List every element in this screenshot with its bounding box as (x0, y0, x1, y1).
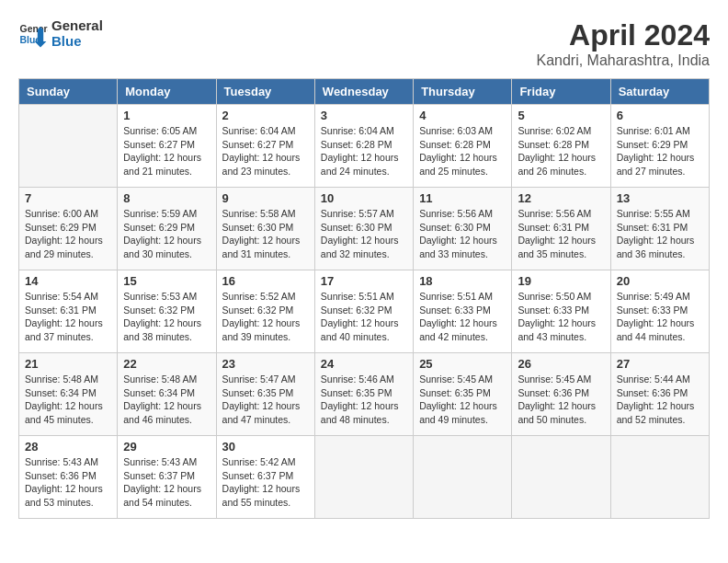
day-number: 7 (25, 191, 111, 205)
calendar-cell (512, 436, 610, 519)
column-header-wednesday: Wednesday (314, 79, 413, 105)
cell-info: Sunrise: 5:52 AM Sunset: 6:32 PM Dayligh… (222, 290, 309, 344)
logo-blue: Blue (51, 34, 103, 50)
logo-general: General (51, 18, 103, 34)
day-number: 22 (123, 357, 210, 371)
calendar-cell: 25Sunrise: 5:45 AM Sunset: 6:35 PM Dayli… (414, 353, 512, 436)
day-number: 3 (321, 109, 407, 122)
day-number: 21 (25, 357, 111, 371)
week-row-1: 7Sunrise: 6:00 AM Sunset: 6:29 PM Daylig… (19, 188, 710, 270)
cell-info: Sunrise: 6:01 AM Sunset: 6:29 PM Dayligh… (617, 124, 703, 178)
calendar-cell: 10Sunrise: 5:57 AM Sunset: 6:30 PM Dayli… (314, 188, 413, 270)
cell-info: Sunrise: 5:48 AM Sunset: 6:34 PM Dayligh… (123, 373, 210, 427)
cell-info: Sunrise: 5:45 AM Sunset: 6:36 PM Dayligh… (518, 373, 604, 427)
calendar-table: SundayMondayTuesdayWednesdayThursdayFrid… (18, 78, 710, 519)
cell-info: Sunrise: 5:56 AM Sunset: 6:30 PM Dayligh… (419, 207, 506, 261)
week-row-4: 28Sunrise: 5:43 AM Sunset: 6:36 PM Dayli… (19, 436, 710, 519)
calendar-cell: 3Sunrise: 6:04 AM Sunset: 6:28 PM Daylig… (314, 105, 413, 188)
cell-info: Sunrise: 5:43 AM Sunset: 6:37 PM Dayligh… (123, 455, 210, 510)
day-number: 14 (25, 274, 111, 288)
day-number: 16 (222, 274, 309, 288)
cell-info: Sunrise: 5:53 AM Sunset: 6:32 PM Dayligh… (123, 290, 210, 344)
cell-info: Sunrise: 5:48 AM Sunset: 6:34 PM Dayligh… (25, 373, 111, 427)
day-number: 9 (222, 191, 309, 205)
calendar-cell: 23Sunrise: 5:47 AM Sunset: 6:35 PM Dayli… (216, 353, 314, 436)
day-number: 17 (321, 274, 407, 288)
calendar-cell (19, 105, 118, 188)
day-number: 28 (25, 440, 111, 454)
calendar-cell: 6Sunrise: 6:01 AM Sunset: 6:29 PM Daylig… (610, 105, 709, 188)
cell-info: Sunrise: 5:55 AM Sunset: 6:31 PM Dayligh… (617, 207, 703, 261)
calendar-cell (414, 436, 512, 519)
calendar-cell: 2Sunrise: 6:04 AM Sunset: 6:27 PM Daylig… (216, 105, 314, 188)
calendar-cell: 16Sunrise: 5:52 AM Sunset: 6:32 PM Dayli… (216, 270, 314, 353)
calendar-cell (314, 436, 413, 519)
day-number: 26 (518, 357, 604, 371)
page-header: General Blue General Blue April 2024 Kan… (18, 18, 710, 69)
calendar-cell (610, 436, 709, 519)
cell-info: Sunrise: 5:51 AM Sunset: 6:33 PM Dayligh… (419, 290, 506, 344)
column-header-saturday: Saturday (610, 79, 709, 105)
day-number: 10 (321, 191, 407, 205)
cell-info: Sunrise: 5:44 AM Sunset: 6:36 PM Dayligh… (617, 373, 703, 427)
cell-info: Sunrise: 5:50 AM Sunset: 6:33 PM Dayligh… (518, 290, 604, 344)
calendar-cell: 9Sunrise: 5:58 AM Sunset: 6:30 PM Daylig… (216, 188, 314, 270)
day-number: 5 (518, 109, 604, 122)
day-number: 25 (419, 357, 506, 371)
day-number: 1 (123, 109, 210, 122)
day-number: 6 (617, 109, 703, 122)
day-number: 15 (123, 274, 210, 288)
calendar-cell: 7Sunrise: 6:00 AM Sunset: 6:29 PM Daylig… (19, 188, 118, 270)
cell-info: Sunrise: 6:04 AM Sunset: 6:27 PM Dayligh… (222, 124, 309, 178)
calendar-cell: 29Sunrise: 5:43 AM Sunset: 6:37 PM Dayli… (118, 436, 216, 519)
calendar-cell: 11Sunrise: 5:56 AM Sunset: 6:30 PM Dayli… (414, 188, 512, 270)
cell-info: Sunrise: 5:56 AM Sunset: 6:31 PM Dayligh… (518, 207, 604, 261)
calendar-cell: 5Sunrise: 6:02 AM Sunset: 6:28 PM Daylig… (512, 105, 610, 188)
logo: General Blue General Blue (18, 18, 103, 49)
cell-info: Sunrise: 5:45 AM Sunset: 6:35 PM Dayligh… (419, 373, 506, 427)
title-block: April 2024 Kandri, Maharashtra, India (536, 18, 710, 69)
day-number: 13 (617, 191, 703, 205)
day-number: 19 (518, 274, 604, 288)
column-header-sunday: Sunday (19, 79, 118, 105)
calendar-cell: 26Sunrise: 5:45 AM Sunset: 6:36 PM Dayli… (512, 353, 610, 436)
calendar-cell: 28Sunrise: 5:43 AM Sunset: 6:36 PM Dayli… (19, 436, 118, 519)
week-row-3: 21Sunrise: 5:48 AM Sunset: 6:34 PM Dayli… (19, 353, 710, 436)
cell-info: Sunrise: 5:47 AM Sunset: 6:35 PM Dayligh… (222, 373, 309, 427)
calendar-cell: 20Sunrise: 5:49 AM Sunset: 6:33 PM Dayli… (610, 270, 709, 353)
svg-text:General: General (20, 24, 48, 34)
cell-info: Sunrise: 6:02 AM Sunset: 6:28 PM Dayligh… (518, 124, 604, 178)
day-number: 23 (222, 357, 309, 371)
cell-info: Sunrise: 5:43 AM Sunset: 6:36 PM Dayligh… (25, 455, 111, 510)
calendar-cell: 27Sunrise: 5:44 AM Sunset: 6:36 PM Dayli… (610, 353, 709, 436)
day-number: 18 (419, 274, 506, 288)
calendar-cell: 18Sunrise: 5:51 AM Sunset: 6:33 PM Dayli… (414, 270, 512, 353)
day-number: 30 (222, 440, 309, 454)
day-number: 8 (123, 191, 210, 205)
cell-info: Sunrise: 5:51 AM Sunset: 6:32 PM Dayligh… (321, 290, 407, 344)
calendar-cell: 14Sunrise: 5:54 AM Sunset: 6:31 PM Dayli… (19, 270, 118, 353)
calendar-header-row: SundayMondayTuesdayWednesdayThursdayFrid… (19, 79, 710, 105)
cell-info: Sunrise: 6:03 AM Sunset: 6:28 PM Dayligh… (419, 124, 506, 178)
calendar-cell: 30Sunrise: 5:42 AM Sunset: 6:37 PM Dayli… (216, 436, 314, 519)
cell-info: Sunrise: 5:54 AM Sunset: 6:31 PM Dayligh… (25, 290, 111, 344)
day-number: 12 (518, 191, 604, 205)
month-title: April 2024 (536, 18, 710, 52)
cell-info: Sunrise: 6:00 AM Sunset: 6:29 PM Dayligh… (25, 207, 111, 261)
day-number: 20 (617, 274, 703, 288)
calendar-cell: 4Sunrise: 6:03 AM Sunset: 6:28 PM Daylig… (414, 105, 512, 188)
day-number: 4 (419, 109, 506, 122)
calendar-cell: 13Sunrise: 5:55 AM Sunset: 6:31 PM Dayli… (610, 188, 709, 270)
calendar-cell: 15Sunrise: 5:53 AM Sunset: 6:32 PM Dayli… (118, 270, 216, 353)
cell-info: Sunrise: 5:42 AM Sunset: 6:37 PM Dayligh… (222, 455, 309, 510)
calendar-cell: 12Sunrise: 5:56 AM Sunset: 6:31 PM Dayli… (512, 188, 610, 270)
column-header-friday: Friday (512, 79, 610, 105)
calendar-cell: 19Sunrise: 5:50 AM Sunset: 6:33 PM Dayli… (512, 270, 610, 353)
week-row-2: 14Sunrise: 5:54 AM Sunset: 6:31 PM Dayli… (19, 270, 710, 353)
cell-info: Sunrise: 5:46 AM Sunset: 6:35 PM Dayligh… (321, 373, 407, 427)
day-number: 24 (321, 357, 407, 371)
day-number: 29 (123, 440, 210, 454)
calendar-cell: 21Sunrise: 5:48 AM Sunset: 6:34 PM Dayli… (19, 353, 118, 436)
cell-info: Sunrise: 5:49 AM Sunset: 6:33 PM Dayligh… (617, 290, 703, 344)
calendar-cell: 1Sunrise: 6:05 AM Sunset: 6:27 PM Daylig… (118, 105, 216, 188)
